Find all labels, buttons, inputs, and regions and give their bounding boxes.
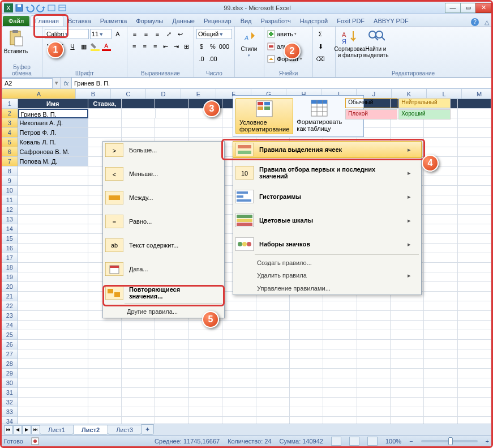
cell[interactable]	[122, 118, 155, 128]
cell[interactable]	[222, 340, 256, 349]
cell[interactable]: Гринев В. П.	[18, 109, 88, 118]
cell[interactable]	[424, 176, 457, 186]
cell[interactable]	[222, 301, 256, 311]
cell[interactable]	[88, 340, 122, 349]
cell[interactable]	[424, 224, 457, 234]
qat-icon-2[interactable]	[58, 3, 67, 12]
row-header[interactable]: 10	[2, 186, 18, 195]
cell[interactable]	[18, 186, 88, 195]
col-header-E[interactable]: E	[181, 89, 216, 99]
cell[interactable]	[189, 369, 222, 378]
cell[interactable]	[122, 99, 155, 109]
cell[interactable]	[424, 407, 457, 417]
cell[interactable]: Имя	[18, 99, 88, 109]
view-normal-button[interactable]	[331, 437, 341, 446]
cell[interactable]	[458, 301, 491, 311]
cell[interactable]	[88, 118, 122, 128]
cell[interactable]	[222, 398, 256, 407]
cell[interactable]	[357, 311, 391, 321]
menu-create-rule[interactable]: Создать правило...	[233, 257, 421, 269]
cell[interactable]	[391, 349, 424, 359]
cell[interactable]	[18, 176, 88, 186]
cell[interactable]	[424, 282, 457, 292]
rule-date[interactable]: Дата...	[103, 261, 224, 278]
cell[interactable]	[323, 330, 357, 340]
menu-icon-sets[interactable]: Наборы значков▸	[233, 236, 421, 253]
undo-icon[interactable]	[25, 3, 35, 12]
row-header[interactable]: 20	[2, 282, 18, 292]
cell[interactable]	[18, 398, 88, 407]
cell[interactable]	[290, 349, 323, 359]
cell[interactable]	[18, 272, 88, 282]
tab-file[interactable]: Файл	[3, 16, 29, 26]
menu-manage-rules[interactable]: Управление правилами...	[233, 282, 421, 295]
tab-data[interactable]: Данные	[168, 15, 199, 26]
cell[interactable]	[458, 234, 491, 244]
cell[interactable]	[424, 253, 457, 263]
align-top-icon[interactable]: ≡	[130, 29, 140, 39]
row-header[interactable]: 33	[2, 407, 18, 417]
format-as-table-button[interactable]: Форматировать как таблицу	[293, 98, 345, 134]
row-header[interactable]: 28	[2, 359, 18, 369]
qat-icon-1[interactable]	[47, 3, 56, 12]
cell[interactable]	[357, 359, 391, 369]
cell[interactable]	[323, 369, 357, 378]
cell[interactable]	[458, 340, 491, 349]
cell[interactable]	[424, 330, 457, 340]
cell[interactable]	[256, 340, 290, 349]
row-header[interactable]: 23	[2, 311, 18, 321]
cell[interactable]	[424, 234, 457, 244]
row-header[interactable]: 11	[2, 195, 18, 205]
cell[interactable]: Коваль Л. П.	[18, 138, 88, 147]
cell[interactable]	[458, 359, 491, 369]
cell[interactable]: Ставка,	[88, 99, 122, 109]
insert-cell-label[interactable]: авить	[277, 31, 293, 37]
cell[interactable]	[458, 378, 491, 388]
cell[interactable]	[290, 340, 323, 349]
cell[interactable]	[323, 301, 357, 311]
cell[interactable]	[323, 321, 357, 330]
cell[interactable]	[323, 378, 357, 388]
font-color-icon[interactable]: А	[101, 41, 112, 52]
tab-review[interactable]: Рецензир	[199, 15, 236, 26]
cell[interactable]	[391, 398, 424, 407]
cell[interactable]	[88, 378, 122, 388]
sheet-tab-2[interactable]: Лист2	[73, 425, 108, 435]
col-header-K[interactable]: K	[392, 89, 427, 99]
cell[interactable]	[391, 388, 424, 398]
cell[interactable]	[458, 311, 491, 321]
cell[interactable]	[222, 330, 256, 340]
cell[interactable]	[122, 359, 155, 369]
cell[interactable]	[256, 388, 290, 398]
row-header[interactable]: 14	[2, 224, 18, 234]
cell[interactable]	[323, 359, 357, 369]
cell[interactable]	[424, 244, 457, 253]
cell[interactable]	[18, 195, 88, 205]
cell[interactable]	[189, 378, 222, 388]
cell[interactable]	[222, 321, 256, 330]
row-header[interactable]: 4	[2, 128, 18, 138]
cell[interactable]	[122, 340, 155, 349]
cell[interactable]	[458, 186, 491, 195]
cell[interactable]	[122, 330, 155, 340]
format-cell-icon[interactable]	[267, 54, 276, 63]
macro-record-icon[interactable]	[31, 437, 39, 445]
grow-font-icon[interactable]: A	[113, 29, 123, 39]
cell[interactable]	[357, 398, 391, 407]
zoom-out-button[interactable]: −	[409, 438, 413, 445]
cell[interactable]	[122, 349, 155, 359]
tab-addons[interactable]: Надстрой	[295, 15, 332, 26]
save-icon[interactable]	[15, 3, 24, 12]
menu-data-bars[interactable]: Гистограммы▸	[233, 188, 421, 205]
tab-layout[interactable]: Разметка	[96, 15, 132, 26]
cell[interactable]	[290, 398, 323, 407]
formula-input[interactable]	[72, 78, 491, 88]
row-header[interactable]: 16	[2, 244, 18, 253]
rule-text-contains[interactable]: abТекст содержит...	[103, 237, 224, 254]
cell[interactable]	[458, 215, 491, 224]
cell[interactable]	[391, 330, 424, 340]
cell[interactable]	[424, 369, 457, 378]
cell[interactable]	[155, 407, 188, 417]
cell[interactable]	[290, 301, 323, 311]
cell[interactable]	[424, 301, 457, 311]
